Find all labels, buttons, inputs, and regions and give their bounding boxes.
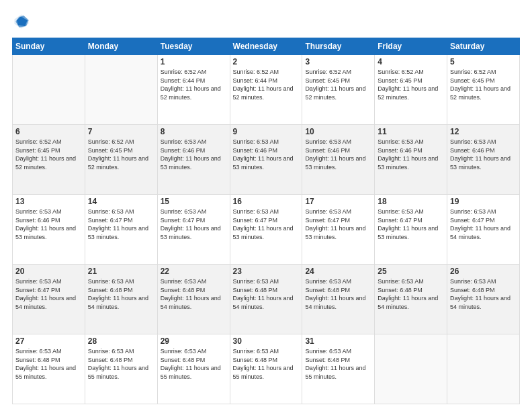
week-row-2: 6Sunrise: 6:52 AM Sunset: 6:45 PM Daylig… <box>13 125 520 195</box>
logo <box>12 12 34 31</box>
day-number: 14 <box>88 197 154 206</box>
day-number: 15 <box>161 197 227 206</box>
day-info: Sunrise: 6:53 AM Sunset: 6:48 PM Dayligh… <box>88 277 154 311</box>
calendar-cell: 29Sunrise: 6:53 AM Sunset: 6:48 PM Dayli… <box>157 334 230 404</box>
calendar-cell: 13Sunrise: 6:53 AM Sunset: 6:46 PM Dayli… <box>13 195 85 265</box>
week-row-1: 1Sunrise: 6:52 AM Sunset: 6:44 PM Daylig… <box>13 55 520 125</box>
calendar-cell: 5Sunrise: 6:52 AM Sunset: 6:45 PM Daylig… <box>447 55 520 125</box>
calendar-cell: 11Sunrise: 6:53 AM Sunset: 6:46 PM Dayli… <box>375 125 447 195</box>
calendar-cell: 25Sunrise: 6:53 AM Sunset: 6:48 PM Dayli… <box>375 265 447 334</box>
day-info: Sunrise: 6:53 AM Sunset: 6:47 PM Dayligh… <box>378 208 444 241</box>
calendar-cell: 18Sunrise: 6:53 AM Sunset: 6:47 PM Dayli… <box>375 195 447 265</box>
day-number: 10 <box>305 127 371 136</box>
day-info: Sunrise: 6:53 AM Sunset: 6:48 PM Dayligh… <box>233 277 300 311</box>
calendar-cell: 15Sunrise: 6:53 AM Sunset: 6:47 PM Dayli… <box>157 195 230 265</box>
calendar-cell: 6Sunrise: 6:52 AM Sunset: 6:45 PM Daylig… <box>13 125 85 195</box>
day-info: Sunrise: 6:52 AM Sunset: 6:45 PM Dayligh… <box>305 68 371 101</box>
day-info: Sunrise: 6:53 AM Sunset: 6:48 PM Dayligh… <box>161 277 227 311</box>
day-number: 12 <box>450 127 517 136</box>
calendar-cell: 10Sunrise: 6:53 AM Sunset: 6:46 PM Dayli… <box>302 125 375 195</box>
day-number: 28 <box>88 336 154 346</box>
day-info: Sunrise: 6:52 AM Sunset: 6:45 PM Dayligh… <box>378 68 444 101</box>
day-number: 17 <box>305 197 371 206</box>
day-info: Sunrise: 6:53 AM Sunset: 6:47 PM Dayligh… <box>450 208 517 241</box>
day-number: 19 <box>450 197 517 206</box>
calendar-cell: 1Sunrise: 6:52 AM Sunset: 6:44 PM Daylig… <box>157 55 230 125</box>
day-number: 29 <box>161 336 227 346</box>
calendar-cell: 3Sunrise: 6:52 AM Sunset: 6:45 PM Daylig… <box>302 55 375 125</box>
day-number: 30 <box>233 336 300 346</box>
calendar-cell <box>85 55 157 125</box>
calendar-cell: 16Sunrise: 6:53 AM Sunset: 6:47 PM Dayli… <box>230 195 302 265</box>
calendar-cell: 27Sunrise: 6:53 AM Sunset: 6:48 PM Dayli… <box>13 334 85 404</box>
calendar-cell: 2Sunrise: 6:52 AM Sunset: 6:44 PM Daylig… <box>230 55 302 125</box>
day-info: Sunrise: 6:53 AM Sunset: 6:46 PM Dayligh… <box>378 138 444 171</box>
day-number: 20 <box>15 267 82 276</box>
calendar-cell: 23Sunrise: 6:53 AM Sunset: 6:48 PM Dayli… <box>230 265 302 334</box>
calendar-cell <box>13 55 85 125</box>
day-info: Sunrise: 6:52 AM Sunset: 6:45 PM Dayligh… <box>88 138 154 171</box>
day-number: 11 <box>378 127 444 136</box>
day-info: Sunrise: 6:52 AM Sunset: 6:45 PM Dayligh… <box>15 138 82 171</box>
day-number: 4 <box>378 57 444 66</box>
weekday-header-tuesday: Tuesday <box>157 38 230 55</box>
calendar-cell: 26Sunrise: 6:53 AM Sunset: 6:48 PM Dayli… <box>447 265 520 334</box>
day-info: Sunrise: 6:53 AM Sunset: 6:46 PM Dayligh… <box>305 138 371 171</box>
day-info: Sunrise: 6:53 AM Sunset: 6:46 PM Dayligh… <box>161 138 227 171</box>
calendar-cell: 8Sunrise: 6:53 AM Sunset: 6:46 PM Daylig… <box>157 125 230 195</box>
page: SundayMondayTuesdayWednesdayThursdayFrid… <box>0 0 532 411</box>
calendar-cell: 20Sunrise: 6:53 AM Sunset: 6:47 PM Dayli… <box>13 265 85 334</box>
day-info: Sunrise: 6:53 AM Sunset: 6:48 PM Dayligh… <box>305 347 371 381</box>
calendar-cell: 19Sunrise: 6:53 AM Sunset: 6:47 PM Dayli… <box>447 195 520 265</box>
day-info: Sunrise: 6:53 AM Sunset: 6:48 PM Dayligh… <box>161 347 227 381</box>
day-info: Sunrise: 6:53 AM Sunset: 6:47 PM Dayligh… <box>88 208 154 241</box>
day-number: 16 <box>233 197 300 206</box>
day-number: 2 <box>233 57 300 66</box>
weekday-header-sunday: Sunday <box>13 38 85 55</box>
day-info: Sunrise: 6:52 AM Sunset: 6:45 PM Dayligh… <box>450 68 517 101</box>
day-number: 18 <box>378 197 444 206</box>
day-number: 6 <box>15 127 82 136</box>
day-info: Sunrise: 6:53 AM Sunset: 6:46 PM Dayligh… <box>15 208 82 241</box>
calendar-cell: 24Sunrise: 6:53 AM Sunset: 6:48 PM Dayli… <box>302 265 375 334</box>
calendar-cell: 14Sunrise: 6:53 AM Sunset: 6:47 PM Dayli… <box>85 195 157 265</box>
weekday-header-wednesday: Wednesday <box>230 38 302 55</box>
calendar-cell <box>447 334 520 404</box>
calendar-cell: 17Sunrise: 6:53 AM Sunset: 6:47 PM Dayli… <box>302 195 375 265</box>
calendar-cell: 30Sunrise: 6:53 AM Sunset: 6:48 PM Dayli… <box>230 334 302 404</box>
calendar-cell: 12Sunrise: 6:53 AM Sunset: 6:46 PM Dayli… <box>447 125 520 195</box>
day-number: 1 <box>161 57 227 66</box>
day-info: Sunrise: 6:53 AM Sunset: 6:48 PM Dayligh… <box>233 347 300 381</box>
day-info: Sunrise: 6:53 AM Sunset: 6:48 PM Dayligh… <box>378 277 444 311</box>
day-info: Sunrise: 6:53 AM Sunset: 6:48 PM Dayligh… <box>450 277 517 311</box>
day-number: 26 <box>450 267 517 276</box>
calendar-cell: 4Sunrise: 6:52 AM Sunset: 6:45 PM Daylig… <box>375 55 447 125</box>
calendar-cell: 9Sunrise: 6:53 AM Sunset: 6:46 PM Daylig… <box>230 125 302 195</box>
day-number: 22 <box>161 267 227 276</box>
day-info: Sunrise: 6:53 AM Sunset: 6:48 PM Dayligh… <box>88 347 154 381</box>
day-info: Sunrise: 6:53 AM Sunset: 6:46 PM Dayligh… <box>233 138 300 171</box>
calendar: SundayMondayTuesdayWednesdayThursdayFrid… <box>12 38 520 404</box>
day-number: 9 <box>233 127 300 136</box>
day-info: Sunrise: 6:53 AM Sunset: 6:48 PM Dayligh… <box>305 277 371 311</box>
weekday-header-monday: Monday <box>85 38 157 55</box>
weekday-header-thursday: Thursday <box>302 38 375 55</box>
day-number: 23 <box>233 267 300 276</box>
calendar-cell: 21Sunrise: 6:53 AM Sunset: 6:48 PM Dayli… <box>85 265 157 334</box>
day-number: 7 <box>88 127 154 136</box>
week-row-4: 20Sunrise: 6:53 AM Sunset: 6:47 PM Dayli… <box>13 265 520 334</box>
weekday-header-saturday: Saturday <box>447 38 520 55</box>
day-number: 31 <box>305 336 371 346</box>
day-info: Sunrise: 6:53 AM Sunset: 6:47 PM Dayligh… <box>161 208 227 241</box>
day-info: Sunrise: 6:52 AM Sunset: 6:44 PM Dayligh… <box>161 68 227 101</box>
calendar-cell: 31Sunrise: 6:53 AM Sunset: 6:48 PM Dayli… <box>302 334 375 404</box>
day-info: Sunrise: 6:53 AM Sunset: 6:47 PM Dayligh… <box>233 208 300 241</box>
day-number: 5 <box>450 57 517 66</box>
weekday-header-row: SundayMondayTuesdayWednesdayThursdayFrid… <box>13 38 520 55</box>
day-info: Sunrise: 6:53 AM Sunset: 6:47 PM Dayligh… <box>15 277 82 311</box>
day-info: Sunrise: 6:52 AM Sunset: 6:44 PM Dayligh… <box>233 68 300 101</box>
day-info: Sunrise: 6:53 AM Sunset: 6:48 PM Dayligh… <box>15 347 82 381</box>
day-number: 8 <box>161 127 227 136</box>
day-number: 25 <box>378 267 444 276</box>
week-row-3: 13Sunrise: 6:53 AM Sunset: 6:46 PM Dayli… <box>13 195 520 265</box>
